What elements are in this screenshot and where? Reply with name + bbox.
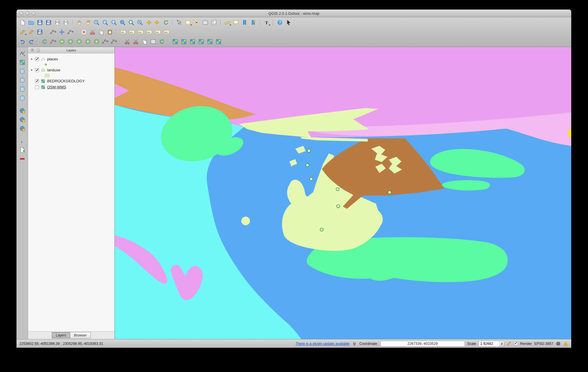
add-mssql-layer[interactable] <box>18 85 27 93</box>
zoom-native[interactable] <box>110 18 118 27</box>
show-bookmarks[interactable] <box>249 18 258 27</box>
split-features[interactable] <box>123 38 132 46</box>
composer-manager[interactable] <box>62 18 70 27</box>
close-button[interactable] <box>20 12 23 15</box>
tab-layers[interactable]: Layers <box>52 332 70 338</box>
save-layer-edits[interactable] <box>36 28 44 36</box>
add-part[interactable] <box>66 38 75 46</box>
label-properties[interactable] <box>162 28 171 36</box>
split-parts[interactable] <box>132 38 140 46</box>
layer-item-places[interactable]: ▼ places <box>28 56 114 62</box>
deselect-features[interactable] <box>192 18 201 27</box>
add-oracle-layer[interactable] <box>18 94 27 102</box>
move-feature[interactable] <box>58 28 66 36</box>
panel-float-icon[interactable]: ◦ <box>36 48 40 52</box>
pan-to-selection[interactable] <box>84 18 92 27</box>
node-tool[interactable] <box>66 28 75 36</box>
pan-map[interactable] <box>75 18 84 27</box>
new-shapefile-layer[interactable] <box>18 146 27 154</box>
field-calculator[interactable] <box>210 18 218 27</box>
zoom-to-layer[interactable] <box>136 18 144 27</box>
undo[interactable] <box>18 38 27 46</box>
plugin-icon[interactable] <box>352 341 357 346</box>
histogram-stretch-full[interactable] <box>206 38 214 46</box>
scale-combo[interactable] <box>478 341 504 347</box>
add-ring[interactable] <box>58 38 66 46</box>
minimize-button[interactable] <box>26 12 29 15</box>
add-wms-layer[interactable] <box>18 107 27 115</box>
raster-toolbar-3[interactable] <box>188 38 197 46</box>
new-print-composer[interactable] <box>53 18 62 27</box>
zoom-last[interactable] <box>144 18 153 27</box>
layer-item-landuse[interactable]: ▼ landuse <box>28 67 114 73</box>
paste-features[interactable] <box>106 28 114 36</box>
redo[interactable] <box>27 38 36 46</box>
scale-stepper[interactable] <box>500 341 504 346</box>
zoom-in[interactable] <box>92 18 101 27</box>
log-messages-icon[interactable] <box>563 341 568 346</box>
layer-checkbox[interactable] <box>35 85 39 89</box>
fill-ring[interactable] <box>75 38 84 46</box>
plugin-update-link[interactable]: There is a plugin update available <box>295 342 350 346</box>
zoom-full[interactable] <box>118 18 127 27</box>
save-project-as[interactable] <box>44 18 53 27</box>
raster-toolbar-2[interactable] <box>180 38 188 46</box>
stop-render-icon[interactable] <box>506 341 512 346</box>
render-checkbox[interactable] <box>514 342 518 345</box>
rotate-point-symbols[interactable] <box>158 38 166 46</box>
copy-features[interactable] <box>97 28 106 36</box>
whats-this[interactable] <box>284 18 293 27</box>
add-postgis-layer[interactable] <box>18 67 27 75</box>
tab-browser[interactable]: Browser <box>70 332 91 338</box>
new-project[interactable] <box>18 18 27 27</box>
raster-toolbar-1[interactable] <box>171 38 180 46</box>
zoom-next[interactable] <box>153 18 162 27</box>
title-bar[interactable]: QGIS 2.0.1-Dufour - wms-map <box>16 10 571 17</box>
text-annotation[interactable] <box>262 18 271 27</box>
map-tips[interactable] <box>232 18 240 27</box>
layer-item-bedrockgeology[interactable]: ▼ BEDROCKGEOLOGY <box>28 78 114 84</box>
delete-part[interactable] <box>92 38 101 46</box>
add-wcs-layer[interactable] <box>18 116 27 124</box>
stepper-down-icon[interactable] <box>501 344 503 345</box>
open-attribute-table[interactable] <box>201 18 210 27</box>
remove-layer-group[interactable] <box>18 155 27 163</box>
zoom-out[interactable] <box>101 18 110 27</box>
zoom-to-selection[interactable] <box>127 18 136 27</box>
cut-features[interactable] <box>88 28 97 36</box>
open-project[interactable] <box>27 18 36 27</box>
select-features[interactable] <box>184 18 192 27</box>
simplify-feature[interactable] <box>49 38 58 46</box>
add-delimited-text-layer[interactable] <box>18 137 27 145</box>
expander-icon[interactable]: ▼ <box>30 58 33 61</box>
add-vector-layer[interactable] <box>18 49 27 57</box>
identify-features[interactable] <box>175 18 184 27</box>
new-bookmark[interactable] <box>240 18 249 27</box>
label-rotate[interactable] <box>154 28 162 36</box>
merge-attributes[interactable] <box>149 38 158 46</box>
add-raster-layer[interactable] <box>18 58 27 66</box>
label-settings[interactable] <box>119 28 127 36</box>
help-contents[interactable] <box>275 18 284 27</box>
offset-curve[interactable] <box>110 38 118 46</box>
scale-input[interactable] <box>479 341 500 346</box>
refresh-map[interactable] <box>162 18 170 27</box>
label-pin[interactable] <box>127 28 136 36</box>
panel-close-icon[interactable]: ✕ <box>30 48 34 52</box>
layer-checkbox[interactable] <box>35 57 39 61</box>
measure[interactable] <box>223 18 232 27</box>
reshape-features[interactable] <box>101 38 110 46</box>
map-canvas[interactable] <box>115 47 571 339</box>
layer-checkbox[interactable] <box>35 79 39 83</box>
rotate-feature[interactable] <box>40 38 49 46</box>
add-wfs-layer[interactable] <box>18 124 27 133</box>
expander-icon[interactable]: ▼ <box>30 69 33 72</box>
layer-item-osm-wms[interactable]: ▼ OSM-WMS <box>28 84 114 90</box>
raster-calculator[interactable] <box>214 38 223 46</box>
add-spatialite-layer[interactable] <box>18 76 27 84</box>
save-project[interactable] <box>36 18 44 27</box>
add-feature[interactable] <box>49 28 58 36</box>
delete-selected[interactable] <box>79 28 88 36</box>
current-edits[interactable] <box>18 28 27 36</box>
stepper-up-icon[interactable] <box>501 342 503 343</box>
